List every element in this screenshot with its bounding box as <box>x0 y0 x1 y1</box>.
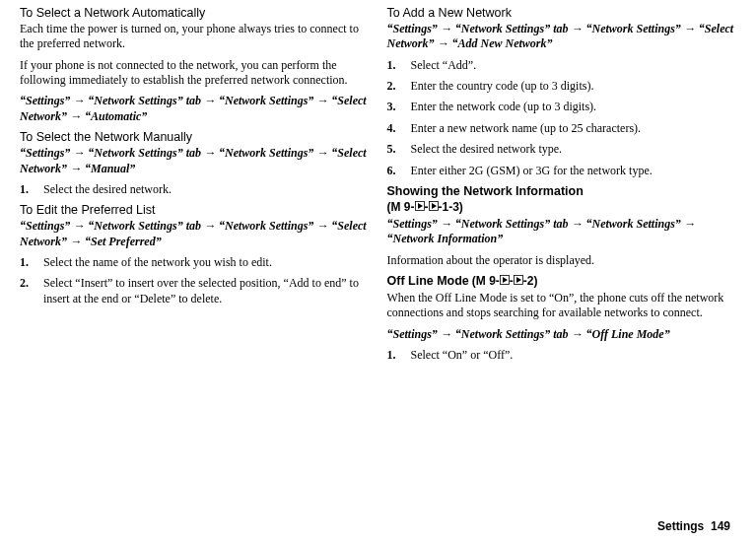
left-column: To Select a Network Automatically Each t… <box>20 4 370 513</box>
path-network-info: “Settings” → “Network Settings” tab → “N… <box>387 217 737 247</box>
footer-page-number: 149 <box>711 519 730 533</box>
step-text: Enter the country code (up to 3 digits). <box>411 79 737 94</box>
para-auto-2: If your phone is not connected to the ne… <box>20 58 370 89</box>
menu-code-offline: (M 9---2) <box>472 274 538 288</box>
list-item: 1. Select the name of the network you wi… <box>20 255 370 270</box>
path-manual: “Settings” → “Network Settings” tab → “N… <box>20 146 370 176</box>
path-edit: “Settings” → “Network Settings” tab → “N… <box>20 219 370 249</box>
step-number: 1. <box>20 255 43 270</box>
para-network-info: Information about the operator is displa… <box>387 253 737 268</box>
step-text: Enter either 2G (GSM) or 3G for the netw… <box>411 164 737 178</box>
heading-network-info: Showing the Network Information <box>387 184 737 198</box>
right-column: To Add a New Network “Settings” → “Netwo… <box>387 4 737 513</box>
step-number: 2. <box>387 79 411 94</box>
step-text: Enter a new network name (up to 25 chara… <box>411 121 737 136</box>
list-offline: 1.Select “On” or “Off”. <box>387 348 737 363</box>
step-text: Enter the network code (up to 3 digits). <box>411 100 737 114</box>
step-text: Select “Insert” to insert over the selec… <box>43 276 370 306</box>
step-text: Select the name of the network you wish … <box>43 255 370 270</box>
svg-marker-1 <box>418 203 423 209</box>
path-auto: “Settings” → “Network Settings” tab → “N… <box>20 94 370 124</box>
list-item: 1.Select “Add”. <box>387 58 737 73</box>
heading-network-info-row: Showing the Network Information (M 9---1… <box>387 184 737 215</box>
heading-edit-preferred: To Edit the Preferred List <box>20 203 370 217</box>
footer-section: Settings <box>657 519 704 533</box>
menu-code-network-info: (M 9---1-3) <box>387 200 463 214</box>
list-item: 1.Select “On” or “Off”. <box>387 348 737 363</box>
step-number: 5. <box>387 142 411 157</box>
step-number: 4. <box>387 121 411 136</box>
step-text: Select “On” or “Off”. <box>411 348 737 363</box>
step-number: 1. <box>387 348 411 363</box>
svg-marker-3 <box>432 203 437 209</box>
list-item: 2.Enter the country code (up to 3 digits… <box>387 79 737 94</box>
code-text: (M 9- <box>472 274 500 288</box>
svg-marker-7 <box>516 277 521 283</box>
path-offline: “Settings” → “Network Settings” tab → “O… <box>387 327 737 342</box>
svg-marker-5 <box>503 277 508 283</box>
list-manual: 1. Select the desired network. <box>20 182 370 197</box>
list-item: 5.Select the desired network type. <box>387 142 737 157</box>
list-item: 1. Select the desired network. <box>20 182 370 197</box>
code-text: -1-3) <box>439 200 463 214</box>
right-triangle-icon <box>514 274 523 288</box>
para-offline: When the Off Line Mode is set to “On”, t… <box>387 291 737 321</box>
list-item: 3.Enter the network code (up to 3 digits… <box>387 100 737 114</box>
columns: To Select a Network Automatically Each t… <box>20 4 736 513</box>
page: To Select a Network Automatically Each t… <box>0 0 756 543</box>
heading-manual-select: To Select the Network Manually <box>20 130 370 144</box>
list-item: 4.Enter a new network name (up to 25 cha… <box>387 121 737 136</box>
heading-auto-select: To Select a Network Automatically <box>20 6 370 20</box>
heading-offline: Off Line Mode <box>387 274 469 288</box>
list-item: 6.Enter either 2G (GSM) or 3G for the ne… <box>387 164 737 178</box>
list-item: 2. Select “Insert” to insert over the se… <box>20 276 370 306</box>
path-add: “Settings” → “Network Settings” tab → “N… <box>387 22 737 52</box>
right-triangle-icon <box>429 200 439 214</box>
heading-offline-row: Off Line Mode (M 9---2) <box>387 274 737 289</box>
step-number: 6. <box>387 164 411 178</box>
step-number: 3. <box>387 100 411 114</box>
right-triangle-icon <box>415 200 425 214</box>
code-text: (M 9- <box>387 200 415 214</box>
step-number: 1. <box>20 182 43 197</box>
step-number: 1. <box>387 58 411 73</box>
heading-add-network: To Add a New Network <box>387 6 737 20</box>
step-text: Select the desired network type. <box>411 142 737 157</box>
code-text: -2) <box>523 274 538 288</box>
step-text: Select the desired network. <box>43 182 370 197</box>
para-auto-1: Each time the power is turned on, your p… <box>20 22 370 52</box>
list-add: 1.Select “Add”. 2.Enter the country code… <box>387 58 737 178</box>
right-triangle-icon <box>500 274 510 288</box>
step-text: Select “Add”. <box>411 58 737 73</box>
list-edit: 1. Select the name of the network you wi… <box>20 255 370 306</box>
page-footer: Settings 149 <box>20 513 736 533</box>
step-number: 2. <box>20 276 43 306</box>
